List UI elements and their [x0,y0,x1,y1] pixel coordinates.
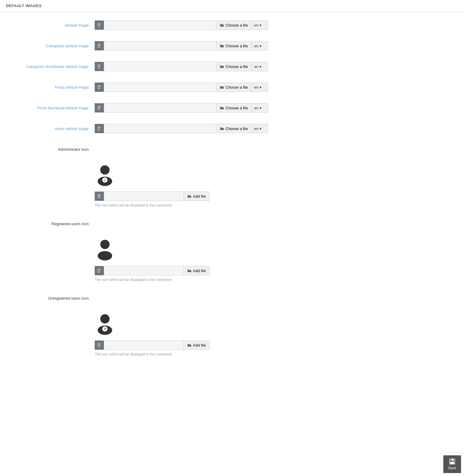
add-file-text-input-unregistered-users-icon[interactable] [104,340,184,350]
svg-text:?: ? [104,327,106,332]
svg-marker-9 [100,64,101,66]
svg-marker-17 [100,106,101,107]
file-text-input-users-default-image[interactable] [104,124,216,133]
file-input-group-posts-thumbnail-default-image: Choose a file en ▾ [95,103,452,113]
svg-marker-29 [100,194,101,196]
svg-point-32 [100,240,110,249]
form-row-categories-default-image: Categories default image Choose a file e… [12,38,452,53]
svg-rect-15 [98,88,100,88]
lang-dropdown-categories-default-image[interactable]: en ▾ [252,41,268,51]
choose-file-btn-default-image[interactable]: Choose a file [216,20,252,30]
icon-hint-registered-users-icon: The icon which will be displayed in the … [95,278,452,282]
svg-rect-10 [98,66,100,67]
add-file-row-administrator-icon: Add file [95,191,452,201]
icon-display-administrator-icon: ! [95,163,452,187]
add-file-btn-administrator-icon[interactable]: Add file [184,191,210,201]
lang-dropdown-posts-default-image[interactable]: en ▾ [252,82,268,92]
label-users-default-image: Users default image [12,126,95,131]
lang-dropdown-categories-thumbnails-default-image[interactable]: en ▾ [252,62,268,71]
lang-dropdown-posts-thumbnail-default-image[interactable]: en ▾ [252,103,268,113]
label-categories-thumbnails-default-image: Categories thumbnails default image [12,64,95,69]
add-file-btn-unregistered-users-icon[interactable]: Add file [184,340,210,350]
file-icon-btn-categories-default-image[interactable] [95,41,104,51]
icon-label-row-unregistered-users-icon: Unregistered users icon [12,291,452,306]
file-text-input-posts-default-image[interactable] [104,82,216,92]
icon-display-registered-users-icon [95,237,452,261]
svg-rect-48 [450,462,454,464]
file-text-input-categories-thumbnails-default-image[interactable] [104,62,216,71]
form-row-categories-thumbnails-default-image: Categories thumbnails default image Choo… [12,59,452,74]
svg-point-38 [100,314,110,324]
svg-text:!: ! [104,178,106,183]
svg-rect-37 [98,271,100,272]
form-row-users-default-image: Users default image Choose a file en ▾ [12,121,452,136]
file-icon-btn-categories-thumbnails-default-image[interactable] [95,62,104,71]
file-icon-btn-posts-default-image[interactable] [95,82,104,92]
choose-file-btn-categories-thumbnails-default-image[interactable]: Choose a file [216,62,252,71]
label-posts-thumbnail-default-image: Posts thumbnail default image [12,106,95,110]
svg-rect-47 [451,459,454,461]
svg-rect-14 [98,87,100,87]
form-row-default-image: Default image Choose a file en ▾ [12,18,452,33]
choose-file-btn-categories-default-image[interactable]: Choose a file [216,41,252,51]
svg-rect-18 [98,108,100,108]
svg-rect-45 [98,346,100,346]
label-categories-default-image: Categories default image [12,44,95,48]
add-file-btn-registered-users-icon[interactable]: Add file [184,266,210,275]
add-file-icon-btn-unregistered-users-icon[interactable] [95,340,104,350]
lang-dropdown-users-default-image[interactable]: en ▾ [252,124,268,133]
svg-rect-2 [98,25,100,25]
section-title: DEFAULT IMAGES [0,0,464,12]
svg-marker-13 [100,85,101,87]
icon-hint-administrator-icon: The icon which will be displayed in the … [95,203,452,207]
svg-rect-49 [451,459,452,461]
save-button[interactable]: Save [443,455,461,473]
file-rows-container: Default image Choose a file en ▾ Categor… [12,18,452,136]
icon-label-row-administrator-icon: Administrator icon [12,142,452,157]
svg-rect-22 [98,129,100,129]
svg-point-24 [100,165,110,175]
file-icon-btn-users-default-image[interactable] [95,124,104,133]
file-icon-btn-default-image[interactable] [95,20,104,30]
add-file-text-input-registered-users-icon[interactable] [104,266,184,275]
icon-label-registered-users-icon: Registered users icon [12,222,95,226]
add-file-icon-btn-registered-users-icon[interactable] [95,266,104,275]
add-file-row-unregistered-users-icon: Add file [95,340,452,350]
svg-rect-19 [98,108,100,109]
icon-section-unregistered-users-icon: Unregistered users icon ? Add file The i… [12,291,452,356]
file-text-input-default-image[interactable] [104,20,216,30]
svg-marker-21 [100,126,101,128]
icon-sections-container: Administrator icon ! Add file The icon w… [12,142,452,356]
add-file-icon-btn-administrator-icon[interactable] [95,191,104,201]
file-text-input-categories-default-image[interactable] [104,41,216,51]
form-row-posts-default-image: Posts default image Choose a file en ▾ [12,80,452,95]
form-row-posts-thumbnail-default-image: Posts thumbnail default image Choose a f… [12,100,452,115]
svg-rect-44 [98,345,100,345]
save-bar: Save [440,452,464,476]
add-file-text-input-administrator-icon[interactable] [104,191,184,201]
label-posts-default-image: Posts default image [12,85,95,90]
choose-file-btn-posts-default-image[interactable]: Choose a file [216,82,252,92]
label-default-image: Default image [12,23,95,27]
svg-marker-1 [100,23,101,25]
file-text-input-posts-thumbnail-default-image[interactable] [104,103,216,113]
icon-display-unregistered-users-icon: ? [95,311,452,336]
content-area: Default image Choose a file en ▾ Categor… [0,12,464,389]
icon-section-administrator-icon: Administrator icon ! Add file The icon w… [12,142,452,207]
icon-label-administrator-icon: Administrator icon [12,147,95,152]
icon-hint-unregistered-users-icon: The icon which will be displayed in the … [95,352,452,356]
choose-file-btn-posts-thumbnail-default-image[interactable]: Choose a file [216,103,252,113]
svg-rect-23 [98,129,100,129]
file-icon-btn-posts-thumbnail-default-image[interactable] [95,103,104,113]
choose-file-btn-users-default-image[interactable]: Choose a file [216,124,252,133]
add-file-row-registered-users-icon: Add file [95,266,452,275]
svg-marker-35 [100,269,101,270]
svg-rect-7 [98,46,100,47]
svg-rect-11 [98,67,100,67]
icon-section-registered-users-icon: Registered users icon Add file The icon … [12,216,452,282]
file-input-group-categories-default-image: Choose a file en ▾ [95,41,452,51]
svg-rect-31 [98,197,100,197]
svg-point-33 [98,251,112,261]
svg-rect-6 [98,46,100,46]
lang-dropdown-default-image[interactable]: en ▾ [252,20,268,30]
